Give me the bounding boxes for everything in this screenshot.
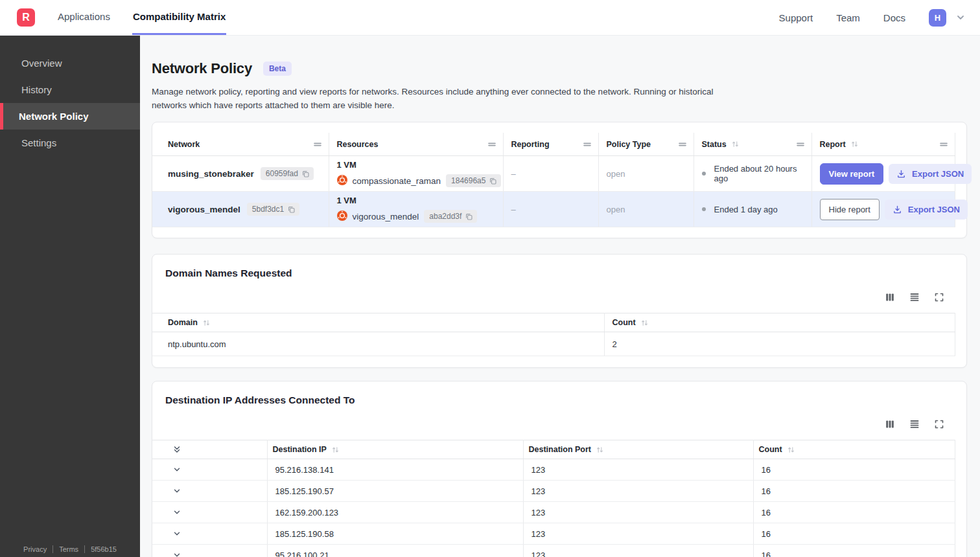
status-cell: Ended about 20 hours ago [694,156,811,192]
double-chevron-down-icon[interactable] [172,445,181,454]
destination-ip-card: Destination IP Addresses Connected To De… [152,381,967,557]
primary-tabs: Applications Compatibility Matrix [57,0,226,35]
column-header-policy-type[interactable]: Policy Type [598,133,694,156]
policy-type-cell: open [598,156,694,192]
network-cell: musing_stonebraker 60959fad [152,156,329,192]
destination-ip-cell: 185.125.190.57 [267,481,523,502]
avatar[interactable]: H [929,9,946,27]
expand-icon[interactable] [934,292,944,302]
nav-link-support[interactable]: Support [779,12,813,23]
ubuntu-icon [337,210,347,223]
column-header-network[interactable]: Network [152,133,329,156]
network-cell: vigorous_mendel 5bdf3dc1 [152,192,329,227]
column-header-resources[interactable]: Resources [329,133,503,156]
domain-names-card: Domain Names Requested Domain Count [152,254,967,368]
column-header-count[interactable]: Count [753,440,955,459]
export-json-button[interactable]: Export JSON [889,164,972,184]
columns-icon[interactable] [885,419,895,429]
columns-icon[interactable] [885,292,895,302]
reporting-cell: – [503,156,598,192]
network-policy-table-card: Network Resources Reporting Policy Type [152,122,967,239]
column-menu-icon[interactable] [583,140,592,149]
view-report-button[interactable]: View report [820,163,884,185]
app-logo[interactable]: R [17,8,35,27]
sidebar: Overview History Network Policy Settings… [0,36,140,557]
sidebar-item-settings[interactable]: Settings [0,130,140,156]
count-cell: 16 [753,523,955,545]
destination-port-cell: 123 [523,502,753,523]
sidebar-item-overview[interactable]: Overview [0,50,140,76]
chevron-down-icon[interactable] [172,508,181,517]
expand-all-header[interactable] [152,440,267,459]
network-row: musing_stonebraker 60959fad 1 VM compass… [152,156,955,192]
chevron-down-icon[interactable] [172,551,181,557]
resources-cell: 1 VM vigorous_mendel aba2dd3f [329,192,503,227]
sort-icon [850,140,859,148]
nav-link-team[interactable]: Team [836,12,860,23]
card-title: Destination IP Addresses Connected To [152,394,966,406]
copy-icon[interactable] [287,205,296,214]
card-title: Domain Names Requested [152,267,966,279]
copy-icon[interactable] [301,170,310,178]
column-header-count[interactable]: Count [604,313,955,332]
chevron-down-icon[interactable] [955,12,966,23]
policy-type-cell: open [598,192,694,227]
destination-ip-cell: 95.216.138.141 [267,459,523,481]
resources-cell: 1 VM compassionate_raman 184696a5 [329,156,503,192]
top-navbar: R Applications Compatibility Matrix Supp… [0,0,980,36]
download-icon [896,169,906,179]
terms-link[interactable]: Terms [52,545,84,553]
status-dot [702,207,706,211]
expand-icon[interactable] [934,419,944,429]
sort-icon [640,319,649,327]
count-cell: 16 [753,502,955,523]
sort-icon [331,446,340,454]
network-id-badge: 60959fad [261,167,314,180]
nav-link-docs[interactable]: Docs [883,12,905,23]
column-header-domain[interactable]: Domain [152,313,604,332]
build-version: 5f56b15 [84,545,122,553]
sidebar-item-network-policy[interactable]: Network Policy [0,103,140,130]
chevron-down-icon[interactable] [172,529,181,538]
rows-icon[interactable] [909,292,920,302]
export-json-button[interactable]: Export JSON [885,199,968,220]
ip-row: 185.125.190.58 123 16 [152,523,955,545]
rows-icon[interactable] [909,419,920,429]
status-cell: Ended 1 day ago [694,192,811,227]
column-header-destination-port[interactable]: Destination Port [523,440,753,459]
column-menu-icon[interactable] [313,140,322,149]
chevron-down-icon[interactable] [172,465,181,474]
column-menu-icon[interactable] [796,140,805,149]
destination-ip-cell: 185.125.190.58 [267,523,523,545]
copy-icon[interactable] [489,177,497,185]
hide-report-button[interactable]: Hide report [820,199,880,220]
sort-icon [596,446,604,454]
column-header-reporting[interactable]: Reporting [503,133,598,156]
ip-row: 162.159.200.123 123 16 [152,502,955,523]
destination-port-cell: 123 [523,459,753,481]
count-cell: 16 [753,481,955,502]
destination-ip-cell: 95.216.100.21 [267,545,523,557]
ip-row: 95.216.138.141 123 16 [152,459,955,481]
vm-id-badge: aba2dd3f [424,210,477,223]
domain-cell: ntp.ubuntu.com [152,332,604,356]
tab-applications[interactable]: Applications [57,0,111,35]
destination-port-cell: 123 [523,523,753,545]
column-header-status[interactable]: Status [694,133,811,156]
status-dot [702,172,706,176]
copy-icon[interactable] [465,212,473,221]
reporting-cell: – [503,192,598,227]
chevron-down-icon[interactable] [172,486,181,495]
column-menu-icon[interactable] [678,140,687,149]
count-cell: 16 [753,545,955,557]
ubuntu-icon [337,175,347,187]
page-description: Manage network policy, reporting and vie… [152,85,722,113]
sidebar-item-history[interactable]: History [0,76,140,103]
destination-port-cell: 123 [523,481,753,502]
column-menu-icon[interactable] [939,140,948,149]
column-menu-icon[interactable] [487,140,496,149]
column-header-destination-ip[interactable]: Destination IP [267,440,523,459]
privacy-link[interactable]: Privacy [18,545,52,553]
column-header-report[interactable]: Report [811,133,955,156]
tab-compatibility-matrix[interactable]: Compatibility Matrix [132,0,226,35]
